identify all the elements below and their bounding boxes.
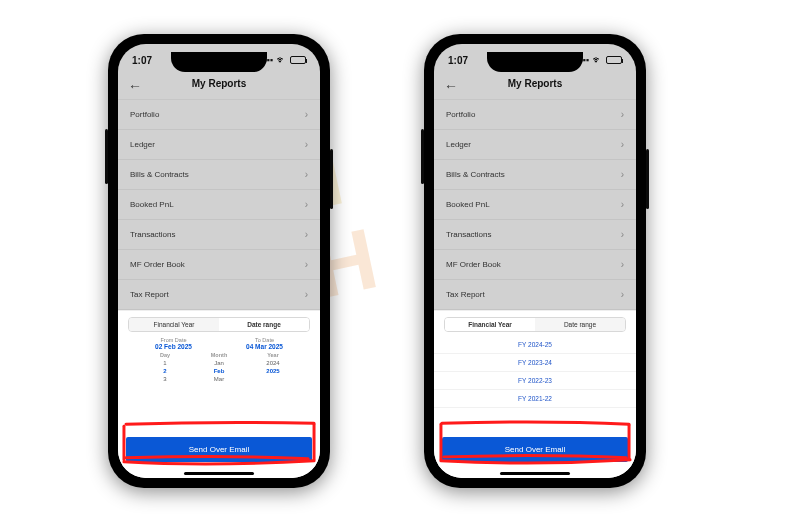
financial-year-list: FY 2024-25 FY 2023-24 FY 2022-23 FY 2021…	[434, 336, 636, 408]
bottom-sheet: Financial Year Date range FY 2024-25 FY …	[434, 310, 636, 478]
device-notch	[487, 52, 583, 72]
status-time: 1:07	[132, 55, 152, 66]
home-indicator	[500, 472, 570, 475]
tab-date-range[interactable]: Date range	[535, 318, 625, 331]
phone-frame: 1:07 ▪▪▪ ᯤ ← My Reports Portfolio› Ledge…	[108, 34, 330, 488]
list-item[interactable]: Booked PnL›	[434, 190, 636, 220]
chevron-right-icon: ›	[305, 109, 308, 120]
picker-header-month: Month	[192, 352, 246, 358]
list-item[interactable]: MF Order Book›	[118, 250, 320, 280]
send-email-button[interactable]: Send Over Email	[126, 437, 312, 462]
page-title: My Reports	[508, 78, 562, 89]
list-item[interactable]: Booked PnL›	[118, 190, 320, 220]
reports-list: Portfolio› Ledger› Bills & Contracts› Bo…	[118, 100, 320, 310]
from-date[interactable]: From Date 02 Feb 2025	[128, 337, 219, 350]
device-notch	[171, 52, 267, 72]
picker-wheel[interactable]: 2Feb2025	[118, 367, 320, 375]
chevron-right-icon: ›	[305, 139, 308, 150]
chevron-right-icon: ›	[621, 139, 624, 150]
list-item[interactable]: Portfolio›	[434, 100, 636, 130]
header-bar: ← My Reports	[434, 70, 636, 100]
picker-header-year: Year	[246, 352, 300, 358]
list-item[interactable]: Tax Report›	[434, 280, 636, 310]
picker-wheel[interactable]: 3Mar	[118, 375, 320, 383]
list-item[interactable]: Ledger›	[434, 130, 636, 160]
phone-frame: 1:07 ▪▪▪ ᯤ ← My Reports Portfolio› Ledge…	[424, 34, 646, 488]
chevron-right-icon: ›	[621, 289, 624, 300]
home-indicator	[184, 472, 254, 475]
picker-wheel[interactable]: 1Jan2024	[118, 359, 320, 367]
chevron-right-icon: ›	[621, 169, 624, 180]
fy-option[interactable]: FY 2024-25	[434, 336, 636, 354]
segmented-control: Financial Year Date range	[444, 317, 626, 332]
fy-option[interactable]: FY 2023-24	[434, 354, 636, 372]
chevron-right-icon: ›	[621, 199, 624, 210]
bottom-sheet: Financial Year Date range From Date 02 F…	[118, 310, 320, 478]
page-title: My Reports	[192, 78, 246, 89]
tab-financial-year[interactable]: Financial Year	[129, 318, 219, 331]
chevron-right-icon: ›	[305, 259, 308, 270]
wifi-icon: ᯤ	[593, 55, 602, 65]
list-item[interactable]: MF Order Book›	[434, 250, 636, 280]
battery-icon	[606, 56, 622, 64]
wifi-icon: ᯤ	[277, 55, 286, 65]
list-item[interactable]: Ledger›	[118, 130, 320, 160]
chevron-right-icon: ›	[621, 109, 624, 120]
tab-date-range[interactable]: Date range	[219, 318, 309, 331]
list-item[interactable]: Bills & Contracts›	[118, 160, 320, 190]
chevron-right-icon: ›	[621, 259, 624, 270]
list-item[interactable]: Bills & Contracts›	[434, 160, 636, 190]
chevron-right-icon: ›	[305, 229, 308, 240]
chevron-right-icon: ›	[621, 229, 624, 240]
back-icon[interactable]: ←	[128, 78, 142, 94]
send-email-button[interactable]: Send Over Email	[442, 437, 628, 462]
list-item[interactable]: Tax Report›	[118, 280, 320, 310]
tab-financial-year[interactable]: Financial Year	[445, 318, 535, 331]
list-item[interactable]: Transactions›	[434, 220, 636, 250]
chevron-right-icon: ›	[305, 289, 308, 300]
chevron-right-icon: ›	[305, 199, 308, 210]
to-date[interactable]: To Date 04 Mar 2025	[219, 337, 310, 350]
header-bar: ← My Reports	[118, 70, 320, 100]
picker-header-day: Day	[138, 352, 192, 358]
status-time: 1:07	[448, 55, 468, 66]
back-icon[interactable]: ←	[444, 78, 458, 94]
fy-option[interactable]: FY 2022-23	[434, 372, 636, 390]
reports-list: Portfolio› Ledger› Bills & Contracts› Bo…	[434, 100, 636, 310]
chevron-right-icon: ›	[305, 169, 308, 180]
list-item[interactable]: Transactions›	[118, 220, 320, 250]
list-item[interactable]: Portfolio›	[118, 100, 320, 130]
segmented-control: Financial Year Date range	[128, 317, 310, 332]
battery-icon	[290, 56, 306, 64]
fy-option[interactable]: FY 2021-22	[434, 390, 636, 408]
